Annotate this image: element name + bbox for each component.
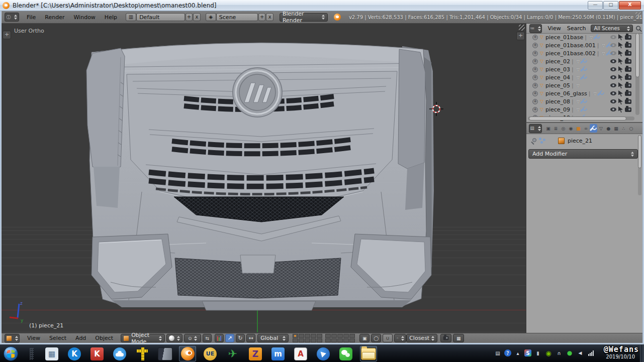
scene-selector[interactable]: Scene (216, 13, 258, 21)
expand-icon[interactable]: + (532, 59, 538, 64)
translate-manipulator-button[interactable]: ↗ (225, 334, 234, 342)
minimize-button[interactable]: — (588, 1, 603, 10)
region-resize-grip[interactable] (519, 25, 525, 31)
tab-particles[interactable]: ∴ (620, 124, 627, 133)
toolbar-expand-button[interactable]: + (3, 31, 11, 39)
menu-view[interactable]: View (23, 335, 45, 341)
search-icon[interactable] (635, 25, 642, 33)
snap-magnet-button[interactable]: ∪ (383, 334, 393, 342)
visibility-eye-icon[interactable] (610, 75, 616, 79)
expand-icon[interactable]: + (532, 107, 538, 112)
tab-render-layers[interactable]: ≣ (552, 124, 560, 133)
menu-help[interactable]: Help (100, 14, 122, 21)
selectability-cursor-icon[interactable] (618, 106, 623, 112)
viewport-shading-dropdown[interactable] (166, 334, 182, 342)
outliner-row-piece_09[interactable]: + ▽ piece_09 | ▽ (526, 105, 642, 113)
object-name[interactable]: piece_01base.001 (545, 42, 596, 49)
selectability-cursor-icon[interactable] (618, 74, 623, 80)
pin-icon[interactable] (530, 138, 536, 144)
expand-icon[interactable]: + (532, 67, 538, 72)
outliner-row-piece_05[interactable]: + ▽ piece_05 | ▽ (526, 81, 642, 89)
expand-icon[interactable]: + (532, 35, 538, 40)
snap-element-dropdown[interactable]: ◦ (394, 334, 406, 342)
object-name[interactable]: piece_02 (545, 58, 570, 65)
tray-volume-icon[interactable]: ◀ (576, 349, 584, 357)
renderability-camera-icon[interactable] (625, 99, 631, 104)
selectability-cursor-icon[interactable] (618, 42, 623, 48)
tab-texture[interactable]: ▦ (612, 124, 620, 133)
outliner-row-piece_01base-001[interactable]: + ▽ piece_01base.001 | ▽ (526, 41, 642, 49)
object-name[interactable]: piece_01base (545, 34, 583, 41)
manipulator-axis-icon[interactable] (215, 334, 224, 342)
taskbar-icon-calculator[interactable]: ▦ (43, 346, 60, 361)
taskbar-icon-baidu-netdisk[interactable] (111, 346, 128, 361)
object-name[interactable]: piece_08 (545, 98, 570, 105)
window-titlebar[interactable]: Blender* [C:\Users\Administrator\Desktop… (0, 0, 644, 11)
viewport-3d[interactable]: z y User Ortho (1) piece_21 + + (2, 24, 526, 333)
renderability-camera-icon[interactable] (625, 107, 631, 112)
object-name[interactable]: piece_06_glass (545, 90, 587, 97)
screen-layout-icon[interactable]: ▥ (126, 13, 136, 21)
selectability-cursor-icon[interactable] (618, 82, 623, 88)
truck-front-model[interactable] (80, 40, 442, 311)
scene-delete-button[interactable]: x (266, 13, 273, 21)
outliner-row-piece_01base-002[interactable]: + ▽ piece_01base.002 | ▽ (526, 49, 642, 57)
expand-icon[interactable]: + (532, 75, 538, 80)
node-tree-icon[interactable] (539, 138, 546, 144)
menu-render[interactable]: Render (40, 14, 69, 21)
expand-icon[interactable]: + (532, 91, 538, 96)
layout-selector[interactable]: Default (136, 13, 185, 21)
visibility-eye-icon[interactable] (610, 83, 616, 87)
tab-physics[interactable]: ○ (627, 124, 635, 133)
taskbar-icon-ksoa[interactable]: K (88, 346, 106, 361)
outliner-row-piece_01base[interactable]: + ▽ piece_01base | ▽ (526, 33, 642, 41)
taskbar-icon-zmodeler[interactable]: Z (247, 346, 264, 361)
editor-type-button-3dview[interactable] (5, 334, 20, 343)
outliner-vscrollbar[interactable] (635, 33, 639, 115)
breadcrumb-object-name[interactable]: piece_21 (568, 138, 592, 144)
scene-add-button[interactable]: + (258, 13, 265, 21)
taskbar-icon-maxthon[interactable]: m (269, 346, 287, 361)
expand-icon[interactable]: + (532, 51, 538, 56)
render-engine-dropdown[interactable]: Blender Render (280, 13, 328, 22)
taskbar-icon-ultraedit[interactable]: UE (202, 346, 219, 361)
menu-object[interactable]: Object (90, 335, 118, 341)
expand-icon[interactable]: + (532, 83, 538, 88)
outliner-row-piece_02[interactable]: + ▽ piece_02 | ▽ (526, 57, 642, 65)
layout-add-button[interactable]: + (186, 13, 193, 21)
snap-target-dropdown[interactable]: Closest (406, 334, 437, 342)
expand-icon[interactable]: + (532, 99, 538, 104)
menu-window[interactable]: Window (69, 14, 100, 21)
add-modifier-button[interactable]: Add Modifier (528, 149, 638, 159)
layer-cell-active[interactable] (293, 334, 298, 338)
show-desktop-button[interactable] (640, 345, 644, 362)
pivot-point-dropdown[interactable]: ⊙ (184, 334, 201, 342)
sidebar-expand-button[interactable]: + (516, 32, 525, 40)
taskbar-icon-plane-painter[interactable]: ✈ (224, 346, 241, 361)
tab-scene[interactable]: ◎ (560, 124, 567, 133)
object-name[interactable]: piece_05 (545, 82, 570, 89)
visibility-eye-icon[interactable] (610, 51, 616, 55)
tray-help-icon[interactable]: ? (504, 349, 511, 356)
taskbar-icon-browser[interactable] (315, 346, 332, 361)
properties-vscrollbar[interactable] (638, 135, 641, 195)
scale-manipulator-button[interactable]: ↔ (246, 334, 255, 342)
tray-sogou-icon[interactable]: S (524, 349, 531, 356)
selectability-cursor-icon[interactable] (618, 34, 623, 40)
layer-buttons[interactable] (293, 334, 358, 342)
mode-dropdown[interactable]: Object Mode (121, 334, 165, 342)
renderability-camera-icon[interactable] (625, 35, 631, 40)
visibility-eye-icon[interactable] (610, 107, 616, 111)
visibility-eye-icon[interactable] (610, 59, 616, 63)
lock-to-scene-button[interactable]: ▣ (359, 334, 370, 342)
tray-network-icon[interactable] (587, 349, 595, 357)
renderability-camera-icon[interactable] (625, 43, 631, 48)
tab-world[interactable]: ◉ (567, 124, 575, 133)
taskbar-icon-blender[interactable] (179, 346, 196, 361)
editor-type-button-outliner[interactable]: ≔ (529, 24, 542, 33)
renderability-camera-icon[interactable] (625, 75, 631, 80)
outliner-hscrollbar[interactable] (528, 116, 634, 120)
outliner-row-piece_06_glass[interactable]: + ▽ piece_06_glass | ▽ (526, 89, 642, 97)
outliner-search-menu[interactable]: Search (564, 25, 589, 32)
object-name[interactable]: piece_03 (545, 66, 570, 73)
